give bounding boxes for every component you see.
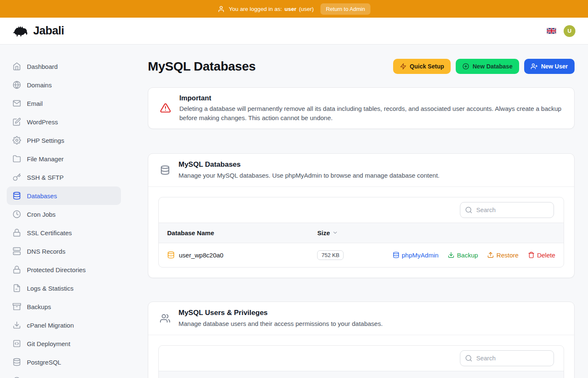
new-database-button[interactable]: New Database xyxy=(456,59,519,74)
users-search-input[interactable] xyxy=(460,350,554,366)
row-actions: phpMyAdminBackupRestoreDelete xyxy=(393,252,555,259)
zap-icon xyxy=(400,63,407,70)
column-header-actions xyxy=(384,223,564,243)
user-avatar[interactable]: U xyxy=(564,25,575,37)
sidebar-item-label: Backups xyxy=(27,303,51,310)
edit-icon xyxy=(13,118,21,126)
globe-icon xyxy=(13,81,21,89)
phpmyadmin-link[interactable]: phpMyAdmin xyxy=(393,252,439,259)
restore-link[interactable]: Restore xyxy=(487,252,519,259)
database-icon xyxy=(167,251,175,259)
column-label: Database Name xyxy=(167,229,214,236)
folder-icon xyxy=(13,155,21,163)
sidebar-item-dashboard[interactable]: Dashboard xyxy=(7,57,121,76)
column-label: Size xyxy=(317,229,330,236)
sidebar-item-databases[interactable]: Databases xyxy=(7,186,121,205)
server-icon xyxy=(13,247,21,255)
delete-link[interactable]: Delete xyxy=(528,252,555,259)
users-card: MySQL Users & Privileges Manage database… xyxy=(148,302,575,378)
backup-link[interactable]: Backup xyxy=(448,252,478,259)
sidebar-item-ssl-certificates[interactable]: SSL Certificates xyxy=(7,223,121,242)
gear-icon xyxy=(13,136,21,144)
user-icon xyxy=(218,5,225,13)
sidebar-item-label: Cron Jobs xyxy=(27,211,55,218)
return-to-admin-button[interactable]: Return to Admin xyxy=(320,3,370,15)
button-label: New User xyxy=(541,63,568,70)
download-icon xyxy=(448,252,454,258)
column-header-size[interactable]: Size xyxy=(309,223,384,243)
sidebar-item-git-deployment[interactable]: Git Deployment xyxy=(7,334,121,353)
boar-logo-icon xyxy=(13,25,29,37)
sidebar-item-label: Logs & Statistics xyxy=(27,285,74,292)
databases-table: Database NameSize user_wp8c20a0752 KBphp… xyxy=(159,223,564,267)
sidebar-item-wordpress[interactable]: WordPress xyxy=(7,113,121,131)
sidebar-item-partial[interactable] xyxy=(7,371,121,378)
topbar: You are logged in as: user (user) Return… xyxy=(0,0,588,18)
users-icon xyxy=(160,313,170,323)
logged-in-role: (user) xyxy=(299,6,314,12)
trash-icon xyxy=(528,252,535,258)
databases-search-input[interactable] xyxy=(460,202,554,218)
lock-icon xyxy=(13,228,21,237)
database-icon xyxy=(393,252,399,258)
app-header: Jabali U xyxy=(0,18,588,45)
databases-card-title: MySQL Databases xyxy=(178,160,439,169)
action-label: Backup xyxy=(457,252,478,259)
sidebar-item-backups[interactable]: Backups xyxy=(7,297,121,316)
sidebar-item-label: PostgreSQL xyxy=(27,359,61,366)
sidebar-item-email[interactable]: Email xyxy=(7,94,121,113)
brand-name: Jabali xyxy=(33,24,64,37)
page-title: MySQL Databases xyxy=(148,59,256,74)
sidebar-item-dns-records[interactable]: DNS Records xyxy=(7,242,121,260)
code-icon xyxy=(13,339,21,348)
page-actions: Quick SetupNew DatabaseNew User xyxy=(393,59,575,74)
sidebar-item-cron-jobs[interactable]: Cron Jobs xyxy=(7,205,121,223)
upload-icon xyxy=(487,252,494,258)
file-icon xyxy=(13,284,21,292)
database-name-text: user_wp8c20a0 xyxy=(179,252,223,259)
user-plus-icon xyxy=(531,63,538,70)
brand-logo[interactable]: Jabali xyxy=(13,24,64,37)
column-header-database-name: Database Name xyxy=(159,223,309,243)
users-card-title: MySQL Users & Privileges xyxy=(178,309,383,317)
action-label: phpMyAdmin xyxy=(402,252,439,259)
databases-card-description: Manage your MySQL databases. Use phpMyAd… xyxy=(178,171,439,180)
logged-in-status: You are logged in as: user (user) xyxy=(218,5,314,13)
logged-in-prefix: You are logged in as: xyxy=(229,6,282,12)
warning-body: Deleting a database will permanently rem… xyxy=(179,104,562,123)
sidebar-item-label: WordPress xyxy=(27,118,58,126)
action-label: Delete xyxy=(537,252,555,259)
sidebar-item-logs-statistics[interactable]: Logs & Statistics xyxy=(7,279,121,297)
home-icon xyxy=(13,62,21,71)
sidebar-item-label: Email xyxy=(27,100,43,107)
column-header-user: User xyxy=(159,371,286,378)
sidebar-item-php-settings[interactable]: PHP Settings xyxy=(7,131,121,150)
archive-icon xyxy=(13,302,21,311)
button-label: Quick Setup xyxy=(410,63,444,70)
database-icon xyxy=(160,165,170,175)
column-header-database-privileges: Database Privileges xyxy=(286,371,564,378)
users-table: UserDatabase Privileges xyxy=(159,371,564,378)
sidebar-item-protected-directories[interactable]: Protected Directories xyxy=(7,260,121,279)
sidebar-item-file-manager[interactable]: File Manager xyxy=(7,150,121,168)
new-user-button[interactable]: New User xyxy=(524,59,575,74)
sidebar: DashboardDomainsEmailWordPressPHP Settin… xyxy=(0,45,128,378)
sidebar-item-ssh-sftp[interactable]: SSH & SFTP xyxy=(7,168,121,186)
sidebar-item-postgresql[interactable]: PostgreSQL xyxy=(7,353,121,371)
plus-circle-icon xyxy=(462,63,469,70)
sidebar-item-label: cPanel Migration xyxy=(27,322,74,329)
sidebar-item-domains[interactable]: Domains xyxy=(7,76,121,94)
warning-banner: Important Deleting a database will perma… xyxy=(148,87,575,129)
sidebar-item-label: Git Deployment xyxy=(27,340,70,347)
alert-triangle-icon xyxy=(160,102,171,113)
warning-title: Important xyxy=(179,94,562,102)
language-flag-uk-icon[interactable] xyxy=(547,28,556,34)
databases-card: MySQL Databases Manage your MySQL databa… xyxy=(148,153,575,278)
action-label: Restore xyxy=(496,252,519,259)
database-icon xyxy=(13,192,21,200)
sidebar-item-cpanel-migration[interactable]: cPanel Migration xyxy=(7,316,121,334)
main-content: MySQL Databases Quick SetupNew DatabaseN… xyxy=(128,45,588,378)
download-icon xyxy=(13,321,21,329)
database-icon xyxy=(13,358,21,366)
quick-setup-button[interactable]: Quick Setup xyxy=(393,59,451,74)
